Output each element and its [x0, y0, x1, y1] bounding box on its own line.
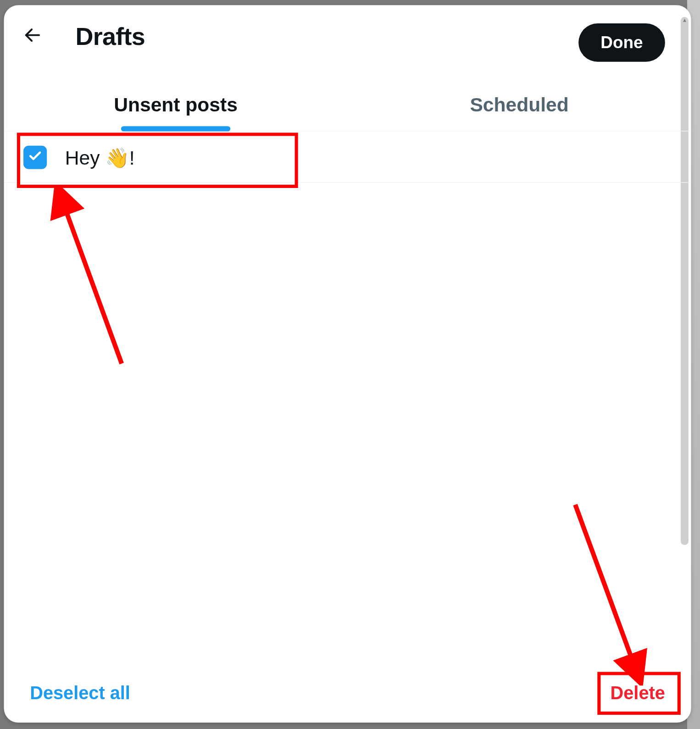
deselect-all-button[interactable]: Deselect all	[30, 683, 130, 704]
delete-button[interactable]: Delete	[611, 683, 665, 704]
done-button[interactable]: Done	[578, 23, 665, 62]
drafts-modal: ▴ Drafts Done Unsent posts Scheduled	[4, 5, 691, 723]
tab-scheduled[interactable]: Scheduled	[348, 78, 691, 131]
tab-active-indicator	[121, 126, 230, 131]
tabs: Unsent posts Scheduled	[4, 78, 691, 131]
tab-unsent-posts[interactable]: Unsent posts	[4, 78, 348, 131]
page-title: Drafts	[76, 22, 145, 50]
tab-label: Scheduled	[470, 94, 568, 116]
modal-header: Drafts Done	[4, 5, 691, 67]
draft-row[interactable]: Hey 👋!	[4, 133, 691, 182]
check-icon	[28, 149, 42, 166]
arrow-left-icon	[23, 25, 43, 47]
draft-text: Hey 👋!	[65, 146, 135, 169]
back-button[interactable]	[18, 22, 47, 50]
draft-checkbox[interactable]	[23, 146, 47, 169]
drafts-list: Hey 👋!	[4, 133, 691, 664]
tab-label: Unsent posts	[114, 94, 238, 116]
modal-footer: Deselect all Delete	[4, 664, 691, 723]
